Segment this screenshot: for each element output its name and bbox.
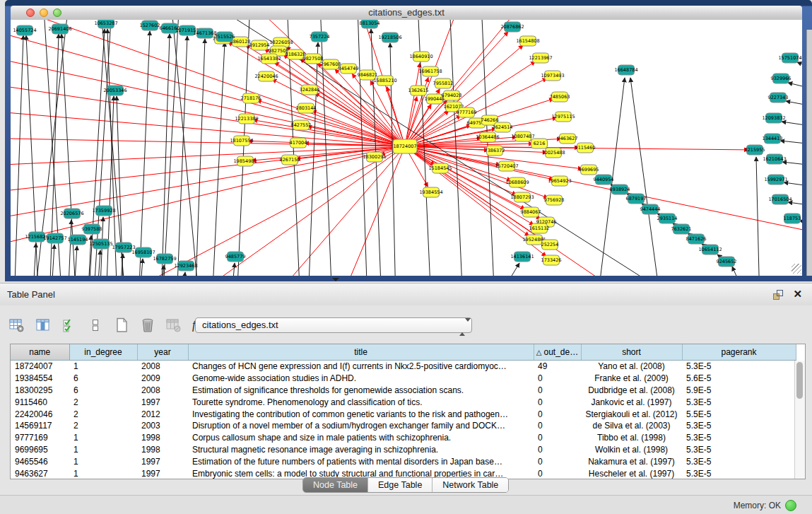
graph-node[interactable] xyxy=(618,65,635,75)
graph-node[interactable] xyxy=(765,134,781,144)
graph-node[interactable] xyxy=(487,146,503,156)
graph-node[interactable] xyxy=(411,86,427,95)
graph-node[interactable] xyxy=(239,114,255,124)
graph-node[interactable] xyxy=(747,145,763,155)
graph-node[interactable] xyxy=(360,70,376,80)
graph-node[interactable] xyxy=(157,254,173,264)
graph-node[interactable] xyxy=(514,252,531,262)
table-row[interactable]: 1938455462009Genome-wide association stu… xyxy=(11,373,796,385)
float-window-icon[interactable] xyxy=(772,289,784,300)
graph-node[interactable] xyxy=(435,78,452,88)
window-resize-grip[interactable] xyxy=(792,264,801,274)
import-table-icon[interactable] xyxy=(165,317,182,334)
table-row[interactable]: 911546021997Tourette syndrome. Phenomeno… xyxy=(11,396,796,408)
graph-node[interactable] xyxy=(433,163,449,173)
table-selector-dropdown[interactable]: citations_edges.txt xyxy=(195,317,472,333)
graph-node[interactable] xyxy=(533,53,549,63)
graph-node[interactable] xyxy=(413,52,430,62)
graph-node[interactable] xyxy=(552,92,568,102)
graph-node[interactable] xyxy=(393,139,417,153)
delete-table-icon[interactable] xyxy=(139,317,156,334)
graph-node[interactable] xyxy=(581,165,597,175)
graph-node[interactable] xyxy=(305,54,322,64)
graph-node[interactable] xyxy=(64,209,81,218)
graph-node[interactable] xyxy=(323,59,339,69)
graph-node[interactable] xyxy=(341,64,357,74)
graph-node[interactable] xyxy=(702,245,719,255)
graph-node[interactable] xyxy=(659,214,676,223)
graph-node[interactable] xyxy=(180,25,196,35)
graph-node[interactable] xyxy=(116,243,132,252)
graph-node[interactable] xyxy=(382,33,399,42)
graph-node[interactable] xyxy=(84,224,100,234)
graph-node[interactable] xyxy=(259,71,275,81)
column-header-title[interactable]: title xyxy=(188,344,534,361)
graph-node[interactable] xyxy=(444,90,460,100)
graph-node[interactable] xyxy=(252,40,268,50)
graph-node[interactable] xyxy=(459,107,475,117)
graph-node[interactable] xyxy=(612,185,628,194)
graph-node[interactable] xyxy=(282,155,298,165)
graph-node[interactable] xyxy=(770,93,787,103)
graph-node[interactable] xyxy=(142,21,158,30)
graph-node[interactable] xyxy=(70,235,86,245)
table-settings-icon[interactable] xyxy=(8,317,25,334)
graph-node[interactable] xyxy=(784,214,801,223)
graph-node[interactable] xyxy=(423,187,440,197)
graph-node[interactable] xyxy=(628,194,645,204)
column-header-pagerank[interactable]: pagerank xyxy=(682,344,796,361)
graph-node[interactable] xyxy=(237,156,254,166)
tab-node-table[interactable]: Node Table xyxy=(303,478,367,492)
close-panel-icon[interactable]: ✕ xyxy=(793,288,802,300)
tab-network-table[interactable]: Network Table xyxy=(432,478,508,492)
graph-node[interactable] xyxy=(362,20,378,28)
graph-node[interactable] xyxy=(136,247,152,257)
graph-node[interactable] xyxy=(542,240,558,250)
graph-node[interactable] xyxy=(505,22,521,32)
graph-node[interactable] xyxy=(298,103,314,113)
graph-node[interactable] xyxy=(499,161,515,171)
graph-node[interactable] xyxy=(377,76,394,86)
graph-node[interactable] xyxy=(98,20,114,28)
graph-node[interactable] xyxy=(93,239,110,249)
graph-node[interactable] xyxy=(545,71,561,81)
graph-node[interactable] xyxy=(107,86,124,95)
graph-node[interactable] xyxy=(782,53,799,63)
split-pane-collapse-icon[interactable] xyxy=(332,278,339,281)
graph-node[interactable] xyxy=(515,132,531,141)
graph-node[interactable] xyxy=(555,112,572,122)
graph-node[interactable] xyxy=(495,122,511,132)
graph-node[interactable] xyxy=(531,139,548,148)
graph-node[interactable] xyxy=(217,32,233,42)
graph-node[interactable] xyxy=(423,66,439,76)
graph-node[interactable] xyxy=(302,85,318,95)
graph-node[interactable] xyxy=(228,252,244,262)
graph-node[interactable] xyxy=(367,152,383,162)
network-window-titlebar[interactable]: citations_edges.txt xyxy=(11,6,802,21)
graph-node[interactable] xyxy=(523,207,539,217)
graph-node[interactable] xyxy=(642,204,659,214)
column-header-year[interactable]: year xyxy=(137,344,188,361)
show-columns-icon[interactable] xyxy=(35,317,52,334)
graph-node[interactable] xyxy=(673,224,690,234)
new-table-icon[interactable] xyxy=(113,317,130,334)
scrollbar-thumb[interactable] xyxy=(796,362,803,399)
graph-node[interactable] xyxy=(178,261,194,271)
graph-node[interactable] xyxy=(546,195,563,205)
graph-node[interactable] xyxy=(510,177,526,187)
graph-node[interactable] xyxy=(596,175,612,185)
select-rows-icon[interactable] xyxy=(61,317,78,334)
graph-node[interactable] xyxy=(480,132,496,142)
memory-ok-indicator[interactable] xyxy=(785,500,796,511)
tab-edge-table[interactable]: Edge Table xyxy=(367,478,432,492)
table-scrollbar[interactable] xyxy=(794,361,805,479)
graph-node[interactable] xyxy=(773,74,789,83)
graph-node[interactable] xyxy=(261,54,278,64)
table-row[interactable]: 1456911722003Disruption of a novel membe… xyxy=(11,420,796,432)
graph-node[interactable] xyxy=(560,134,576,144)
graph-node[interactable] xyxy=(531,223,548,233)
graph-node[interactable] xyxy=(520,36,536,46)
graph-node[interactable] xyxy=(47,233,64,243)
graph-node[interactable] xyxy=(290,138,307,148)
table-row[interactable]: 1830029562008Estimation of significance … xyxy=(11,385,796,397)
